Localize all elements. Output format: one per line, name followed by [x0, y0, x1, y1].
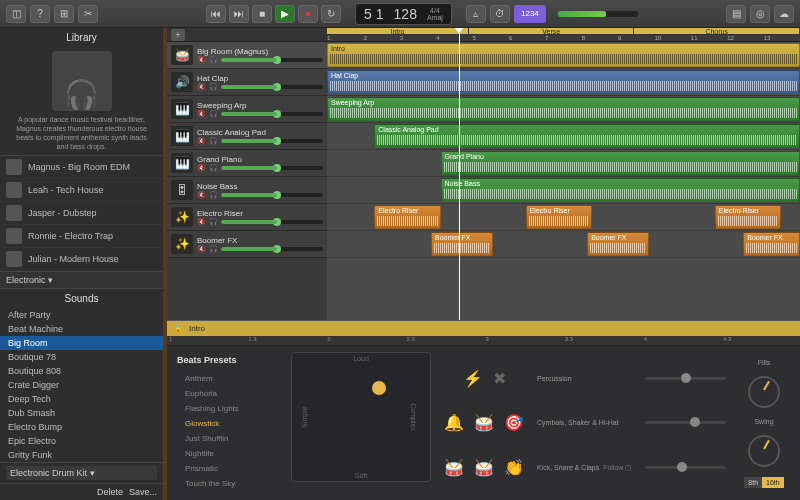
mute-icon[interactable]: 🔇 — [197, 137, 207, 145]
track-header[interactable]: ✨Electro Riser🔇🎧 — [167, 204, 327, 231]
preset-item[interactable]: Flashing Lights — [179, 401, 277, 416]
cycle-icon[interactable]: ↻ — [321, 5, 341, 23]
track-header[interactable]: ✨Boomer FX🔇🎧 — [167, 231, 327, 258]
region[interactable]: Electro Riser — [374, 205, 440, 229]
mute-icon[interactable]: 🔇 — [197, 218, 207, 226]
sound-item[interactable]: Gritty Funk — [0, 448, 163, 462]
master-volume[interactable] — [558, 11, 638, 17]
loops-icon[interactable]: ◎ — [750, 5, 770, 23]
mute-icon[interactable]: 🔇 — [197, 245, 207, 253]
region[interactable]: Noise Bass — [441, 178, 800, 202]
track-header[interactable]: 🥁Big Room (Magnus)🔇🎧 — [167, 42, 327, 69]
region[interactable]: Electro Riser — [526, 205, 592, 229]
solo-icon[interactable]: 🎧 — [209, 110, 219, 118]
notepad-icon[interactable]: ▤ — [726, 5, 746, 23]
sound-item[interactable]: Boutique 808 — [0, 364, 163, 378]
quickhelp-icon[interactable]: ? — [30, 5, 50, 23]
arrangement-marker[interactable]: Chorus — [634, 28, 800, 34]
preset-item[interactable]: Anthem — [179, 371, 277, 386]
swing-knob[interactable] — [748, 435, 780, 467]
track-header[interactable]: 🎹Sweeping Arp🔇🎧 — [167, 96, 327, 123]
solo-icon[interactable]: 🎧 — [209, 218, 219, 226]
sound-item[interactable]: Dub Smash — [0, 406, 163, 420]
arrangement-marker[interactable]: Verse — [469, 28, 635, 34]
lcd-display[interactable]: 5 1 128 4/4Amaj — [355, 3, 452, 25]
xy-handle[interactable] — [372, 381, 386, 395]
chord-display[interactable]: 1234 — [514, 5, 546, 23]
volume-slider[interactable] — [221, 112, 323, 116]
region[interactable]: Boomer FX — [743, 232, 800, 256]
volume-slider[interactable] — [221, 139, 323, 143]
track-header[interactable]: 🎛Noise Bass🔇🎧 — [167, 177, 327, 204]
volume-slider[interactable] — [221, 193, 323, 197]
solo-icon[interactable]: 🎧 — [209, 56, 219, 64]
drummer-list-item[interactable]: Julian - Modern House — [0, 248, 163, 271]
volume-slider[interactable] — [221, 85, 323, 89]
swing-resolution[interactable]: 8th16th — [744, 477, 783, 488]
stop-icon[interactable]: ■ — [252, 5, 272, 23]
drum-part-icon[interactable]: 🥁 — [444, 458, 464, 477]
save-button[interactable]: Save... — [129, 487, 157, 497]
region[interactable]: Boomer FX — [587, 232, 648, 256]
solo-icon[interactable]: 🎧 — [209, 83, 219, 91]
region[interactable]: Electro Riser — [715, 205, 781, 229]
drummer-list-item[interactable]: Leah - Tech House — [0, 179, 163, 202]
drum-part-icon[interactable]: 🥁 — [474, 413, 494, 432]
sound-item[interactable]: Big Room — [0, 336, 163, 350]
sound-item[interactable]: After Party — [0, 308, 163, 322]
drummer-list-item[interactable]: Jasper - Dubstep — [0, 202, 163, 225]
mute-icon[interactable]: 🔇 — [197, 83, 207, 91]
solo-icon[interactable]: 🎧 — [209, 245, 219, 253]
forward-icon[interactable]: ⏭ — [229, 5, 249, 23]
sound-item[interactable]: Crate Digger — [0, 378, 163, 392]
sound-item[interactable]: Deep Tech — [0, 392, 163, 406]
preset-item[interactable]: Prismatic — [179, 461, 277, 476]
editors-toggle-icon[interactable]: ⊞ — [54, 5, 74, 23]
mute-icon[interactable]: 🔇 — [197, 110, 207, 118]
drummer-list-item[interactable]: Magnus - Big Room EDM — [0, 156, 163, 179]
preset-item[interactable]: Glowstick — [179, 416, 277, 431]
drum-part-icon[interactable]: 🥁 — [474, 458, 494, 477]
complexity-slider[interactable] — [645, 466, 726, 469]
sound-item[interactable]: Epic Electro — [0, 434, 163, 448]
xy-pad[interactable]: Loud Soft Simple Complex — [291, 352, 431, 482]
playhead[interactable] — [459, 28, 460, 320]
metronome-icon[interactable]: ▵ — [466, 5, 486, 23]
record-icon[interactable]: ● — [298, 5, 318, 23]
solo-icon[interactable]: 🎧 — [209, 164, 219, 172]
drum-part-icon[interactable]: ⚡ — [463, 369, 483, 388]
volume-slider[interactable] — [221, 58, 323, 62]
volume-slider[interactable] — [221, 166, 323, 170]
media-icon[interactable]: ☁ — [774, 5, 794, 23]
play-icon[interactable]: ▶ — [275, 5, 295, 23]
sound-item[interactable]: Beat Machine — [0, 322, 163, 336]
drum-part-icon[interactable]: 🔔 — [444, 413, 464, 432]
scissors-icon[interactable]: ✂ — [78, 5, 98, 23]
rewind-icon[interactable]: ⏮ — [206, 5, 226, 23]
sound-item[interactable]: Boutique 78 — [0, 350, 163, 364]
mute-icon[interactable]: 🔇 — [197, 164, 207, 172]
preset-item[interactable]: Touch the Sky — [179, 476, 277, 491]
complexity-slider[interactable] — [645, 421, 726, 424]
solo-icon[interactable]: 🎧 — [209, 137, 219, 145]
region-lock-icon[interactable]: 🔒 — [173, 324, 183, 333]
library-toggle-icon[interactable]: ◫ — [6, 5, 26, 23]
track-header[interactable]: 🔊Hat Clap🔇🎧 — [167, 69, 327, 96]
delete-button[interactable]: Delete — [97, 487, 123, 497]
kit-select[interactable]: Electronic Drum Kit ▾ — [6, 466, 157, 480]
countin-icon[interactable]: ⏱ — [490, 5, 510, 23]
sound-item[interactable]: Electro Bump — [0, 420, 163, 434]
mute-icon[interactable]: 🔇 — [197, 191, 207, 199]
region[interactable]: Intro — [327, 43, 800, 67]
track-header[interactable]: 🎹Classic Analog Pad🔇🎧 — [167, 123, 327, 150]
volume-slider[interactable] — [221, 247, 323, 251]
region[interactable]: Grand Piano — [441, 151, 800, 175]
drum-part-icon[interactable]: 👏 — [504, 458, 524, 477]
solo-icon[interactable]: 🎧 — [209, 191, 219, 199]
region[interactable]: Hat Clap — [327, 70, 800, 94]
preset-item[interactable]: Nightlife — [179, 446, 277, 461]
preset-item[interactable]: Just Shufflin — [179, 431, 277, 446]
drum-part-icon[interactable]: 🎯 — [504, 413, 524, 432]
volume-slider[interactable] — [221, 220, 323, 224]
arrangement-marker[interactable]: Intro — [327, 28, 469, 34]
